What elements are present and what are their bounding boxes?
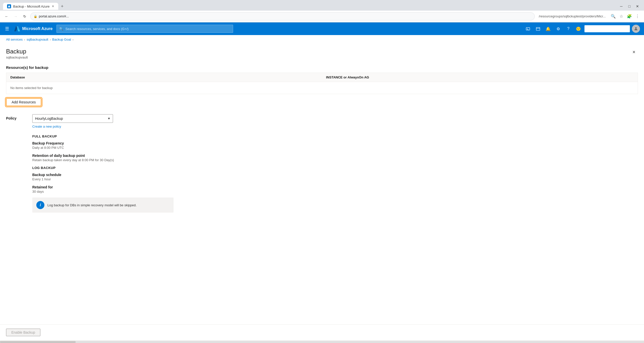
panel-subtitle: sqlbackupvault (6, 55, 28, 59)
retention-value: Retain backup taken every day at 8:00 PM… (32, 158, 638, 162)
browser-nav-bar: ← → ↻ 🔒 portal.azure.com/#... /resourceg… (0, 11, 644, 22)
directory-icon[interactable] (534, 25, 542, 33)
create-new-policy-link[interactable]: Create a new policy (32, 125, 61, 128)
panel-content: Resource(s) for backup Database INSTANCE… (0, 62, 644, 324)
azure-logo-text: Microsoft Azure (22, 26, 52, 31)
svg-marker-0 (8, 5, 10, 7)
info-icon: i (36, 201, 44, 209)
browser-tab-close[interactable]: ✕ (52, 5, 54, 8)
policy-dropdown[interactable]: HourlyLogBackup (32, 114, 113, 123)
settings-icon[interactable]: ⚙ (554, 25, 562, 33)
table-empty-message: No items selected for backup (6, 82, 638, 94)
azure-search-bar[interactable]: 🔍 Search resources, services, and docs (… (57, 25, 233, 33)
notification-icon[interactable]: 🔔 (544, 25, 552, 33)
log-backup-section-title: LOG BACKUP (32, 166, 638, 170)
resources-table: Database INSTANCE or AlwaysOn AG No item… (6, 73, 638, 94)
browser-title-bar: Backup - Microsoft Azure ✕ + ─ □ ✕ (0, 0, 644, 11)
breadcrumb-sep-3: › (73, 38, 74, 41)
address-bar[interactable]: 🔒 portal.azure.com/#... (30, 12, 535, 20)
account-avatar[interactable] (632, 25, 640, 33)
retention-label: Retention of daily backup point (32, 154, 638, 158)
back-button[interactable]: ← (3, 13, 10, 20)
bookmark-icon[interactable]: ☆ (618, 13, 625, 20)
breadcrumb-backup-goal[interactable]: Backup Goal (52, 38, 71, 41)
page-title: Backup (6, 48, 28, 55)
forward-button[interactable]: → (12, 13, 19, 20)
browser-tab[interactable]: Backup - Microsoft Azure ✕ (3, 3, 58, 10)
address-right-text: /resourcegroups/sqlbckuptest/providers/M… (537, 14, 608, 18)
resources-section-title: Resource(s) for backup (6, 62, 638, 70)
log-schedule-value: Every 1 hour (32, 177, 638, 181)
lock-icon: 🔒 (34, 15, 37, 18)
top-search-input[interactable] (584, 25, 630, 32)
azure-logo: Microsoft Azure (14, 26, 52, 32)
hamburger-menu-icon[interactable]: ☰ (4, 25, 10, 33)
retained-for-item: Retained for 30 days (32, 185, 638, 193)
maximize-button[interactable]: □ (626, 3, 633, 10)
breadcrumb-vault[interactable]: sqlbackupvault (26, 38, 48, 41)
full-backup-section-title: FULL BACKUP (32, 134, 638, 138)
browser-chrome: Backup - Microsoft Azure ✕ + ─ □ ✕ ← → ↻… (0, 0, 644, 22)
info-message: Log backup for DBs in simple recovery mo… (47, 203, 136, 207)
svg-point-4 (635, 27, 637, 29)
azure-portal: ☰ (0, 22, 644, 343)
reload-button[interactable]: ↻ (21, 13, 28, 20)
nav-icons-right: 🔍 ☆ 🧩 ⋮ (610, 13, 641, 20)
retention-item: Retention of daily backup point Retain b… (32, 154, 638, 162)
enable-backup-button[interactable]: Enable Backup (6, 329, 40, 336)
scroll-track (0, 341, 644, 343)
policy-label: Policy (6, 114, 26, 213)
help-icon[interactable]: ? (564, 25, 572, 33)
azure-top-bar: ☰ (0, 22, 644, 35)
log-schedule-label: Backup schedule (32, 173, 638, 177)
panel-footer: Enable Backup (0, 324, 644, 340)
bottom-scrollbar[interactable] (0, 340, 644, 343)
add-resources-button[interactable]: Add Resources (6, 98, 41, 106)
table-header-database: Database (6, 73, 322, 82)
panel-close-button[interactable]: × (630, 48, 638, 56)
extension-icon[interactable]: 🧩 (626, 13, 633, 20)
breadcrumb-sep-2: › (50, 38, 51, 41)
policy-dropdown-wrapper: HourlyLogBackup ▼ (32, 114, 113, 123)
backup-frequency-label: Backup Frequency (32, 141, 638, 145)
browser-tab-icon (7, 4, 11, 8)
search-icon-nav[interactable]: 🔍 (610, 13, 617, 20)
breadcrumb: All services › sqlbackupvault › Backup G… (0, 35, 644, 44)
feedback-icon[interactable]: 🙂 (574, 25, 582, 33)
policy-section: Policy HourlyLogBackup ▼ Create a new po… (6, 114, 638, 213)
table-row: No items selected for backup (6, 82, 638, 94)
panel-header: Backup sqlbackupvault × (0, 44, 644, 62)
cloud-shell-icon[interactable] (524, 25, 532, 33)
browser-tab-title: Backup - Microsoft Azure (13, 5, 50, 8)
address-url-left: portal.azure.com/#... (39, 14, 69, 18)
backup-frequency-value: Daily at 8:00 PM UTC (32, 146, 638, 150)
minimize-button[interactable]: ─ (618, 3, 625, 10)
search-icon: 🔍 (59, 27, 63, 31)
retained-for-label: Retained for (32, 185, 638, 189)
policy-controls: HourlyLogBackup ▼ Create a new policy FU… (32, 114, 638, 213)
svg-rect-3 (536, 27, 540, 31)
log-schedule-item: Backup schedule Every 1 hour (32, 173, 638, 181)
retained-for-value: 30 days (32, 190, 638, 193)
azure-logo-svg (14, 26, 20, 32)
info-box: i Log backup for DBs in simple recovery … (32, 197, 174, 213)
panel-title-area: Backup sqlbackupvault (6, 48, 28, 59)
menu-icon[interactable]: ⋮ (634, 13, 641, 20)
backup-frequency-item: Backup Frequency Daily at 8:00 PM UTC (32, 141, 638, 150)
breadcrumb-sep-1: › (24, 38, 25, 41)
window-close-button[interactable]: ✕ (634, 3, 641, 10)
breadcrumb-all-services[interactable]: All services (6, 38, 23, 41)
table-header-instance: INSTANCE or AlwaysOn AG (322, 73, 638, 82)
browser-new-tab-button[interactable]: + (58, 2, 66, 10)
scroll-thumb (0, 341, 76, 343)
azure-top-icons: 🔔 ⚙ ? 🙂 (524, 25, 640, 33)
search-placeholder-text: Search resources, services, and docs (G+… (65, 27, 128, 31)
